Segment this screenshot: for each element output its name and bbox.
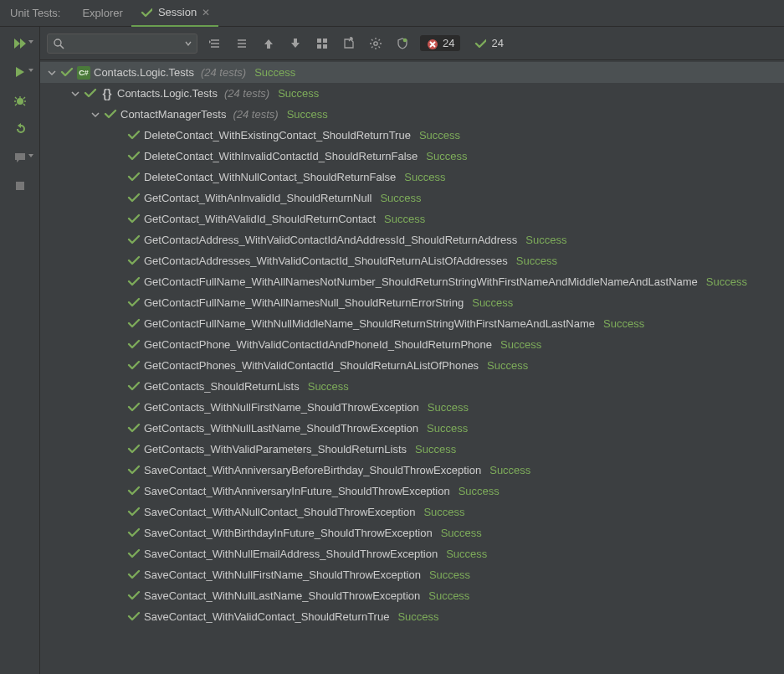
test-name: GetContactAddress_WithValidContactIdAndA… bbox=[144, 234, 517, 246]
export-button[interactable] bbox=[340, 34, 358, 53]
tree-node-test[interactable]: GetContact_WithAnInvalidId_ShouldReturnN… bbox=[40, 188, 784, 208]
checkmark-icon bbox=[127, 506, 141, 519]
failed-count: 24 bbox=[443, 37, 454, 49]
test-name: SaveContact_WithValidContact_ShouldRetur… bbox=[144, 610, 389, 623]
tree-node-test[interactable]: GetContacts_WithNullLastName_ShouldThrow… bbox=[40, 418, 784, 439]
checkmark-icon bbox=[127, 338, 141, 352]
tree-node-test[interactable]: SaveContact_WithNullFirstName_ShouldThro… bbox=[40, 564, 784, 585]
tree-node-class[interactable]: ContactManagerTests(24 tests)Success bbox=[40, 104, 784, 125]
search-field[interactable] bbox=[69, 37, 181, 50]
tree-node-test[interactable]: SaveContact_WithValidContact_ShouldRetur… bbox=[40, 606, 784, 627]
test-status: Success bbox=[428, 401, 469, 414]
node-status: Success bbox=[278, 87, 319, 100]
test-name: GetContactAddresses_WithValidContactId_S… bbox=[144, 255, 508, 267]
collapse-all-button[interactable] bbox=[233, 34, 251, 53]
checkmark-icon bbox=[127, 401, 141, 414]
tree-node-test[interactable]: GetContactPhone_WithValidContactIdAndPho… bbox=[40, 334, 784, 355]
toolbar: 24 24 bbox=[40, 27, 784, 60]
test-status: Success bbox=[525, 234, 566, 246]
tree-node-assembly[interactable]: C#Contacts.Logic.Tests(24 tests)Success bbox=[40, 62, 784, 83]
node-name: ContactManagerTests bbox=[120, 108, 226, 121]
close-icon[interactable]: ✕ bbox=[202, 7, 210, 18]
tree-node-test[interactable]: GetContact_WithAValidId_ShouldReturnCont… bbox=[40, 208, 784, 229]
next-failed-button[interactable] bbox=[286, 34, 305, 53]
test-status: Success bbox=[384, 213, 425, 225]
chevron-down-icon[interactable] bbox=[70, 89, 80, 99]
checkmark-icon bbox=[84, 87, 97, 100]
expand-all-button[interactable] bbox=[206, 34, 224, 53]
search-input[interactable] bbox=[47, 33, 197, 54]
tab-label: Session bbox=[158, 6, 197, 18]
tree-node-test[interactable]: GetContacts_ShouldReturnListsSuccess bbox=[40, 376, 784, 397]
checkmark-icon bbox=[127, 192, 141, 205]
node-name: Contacts.Logic.Tests bbox=[94, 66, 194, 79]
node-count: (24 tests) bbox=[224, 87, 269, 100]
test-status: Success bbox=[500, 338, 541, 351]
tree-node-test[interactable]: GetContactFullName_WithNullMiddleName_Sh… bbox=[40, 313, 784, 334]
checkmark-icon bbox=[127, 255, 141, 268]
tab-explorer[interactable]: Explorer bbox=[74, 0, 131, 27]
chevron-down-icon[interactable] bbox=[185, 40, 192, 47]
group-by-button[interactable] bbox=[313, 34, 331, 53]
prev-failed-button[interactable] bbox=[259, 34, 278, 53]
test-tree[interactable]: C#Contacts.Logic.Tests(24 tests)Success{… bbox=[40, 60, 784, 674]
stop-button[interactable] bbox=[8, 178, 32, 194]
test-name: GetContacts_WithNullLastName_ShouldThrow… bbox=[144, 422, 418, 435]
namespace-icon: {} bbox=[100, 87, 114, 100]
comment-button[interactable] bbox=[8, 149, 32, 166]
test-name: GetContacts_ShouldReturnLists bbox=[144, 380, 300, 393]
tab-session[interactable]: Session ✕ bbox=[131, 0, 218, 27]
run-button[interactable] bbox=[8, 64, 32, 80]
tree-node-test[interactable]: DeleteContact_WithExistingContact_Should… bbox=[40, 125, 784, 146]
sidebar bbox=[0, 27, 40, 674]
tree-node-test[interactable]: SaveContact_WithNullLastName_ShouldThrow… bbox=[40, 585, 784, 606]
tree-node-test[interactable]: GetContacts_WithValidParameters_ShouldRe… bbox=[40, 439, 784, 460]
tabbar: Unit Tests: Explorer Session ✕ bbox=[0, 0, 784, 27]
coverage-button[interactable] bbox=[393, 34, 412, 53]
tab-label: Explorer bbox=[82, 7, 122, 19]
node-status: Success bbox=[254, 66, 295, 79]
test-name: SaveContact_WithANullContact_ShouldThrow… bbox=[144, 506, 415, 518]
tree-node-test[interactable]: GetContactPhones_WithValidContactId_Shou… bbox=[40, 355, 784, 376]
rerun-button[interactable] bbox=[8, 121, 32, 137]
tree-node-test[interactable]: DeleteContact_WithNullContact_ShouldRetu… bbox=[40, 167, 784, 188]
test-name: DeleteContact_WithNullContact_ShouldRetu… bbox=[144, 171, 396, 183]
test-name: SaveContact_WithNullFirstName_ShouldThro… bbox=[144, 569, 421, 581]
run-all-button[interactable] bbox=[8, 35, 32, 52]
tree-node-test[interactable]: GetContacts_WithNullFirstName_ShouldThro… bbox=[40, 397, 784, 418]
tree-node-test[interactable]: GetContactAddress_WithValidContactIdAndA… bbox=[40, 229, 784, 250]
tree-node-test[interactable]: GetContactAddresses_WithValidContactId_S… bbox=[40, 250, 784, 271]
checkmark-icon bbox=[127, 569, 141, 582]
tree-node-test[interactable]: SaveContact_WithANullContact_ShouldThrow… bbox=[40, 502, 784, 522]
tree-node-test[interactable]: SaveContact_WithBirthdayInFuture_ShouldT… bbox=[40, 522, 784, 543]
tree-node-test[interactable]: SaveContact_WithNullEmailAddress_ShouldT… bbox=[40, 543, 784, 564]
test-status: Success bbox=[441, 527, 482, 539]
checkmark-icon bbox=[127, 213, 141, 226]
chevron-down-icon[interactable] bbox=[47, 68, 57, 78]
tree-node-test[interactable]: SaveContact_WithAnniversaryInFuture_Shou… bbox=[40, 481, 784, 502]
checkmark-icon bbox=[127, 485, 141, 498]
test-name: GetContact_WithAValidId_ShouldReturnCont… bbox=[144, 213, 376, 225]
passed-count-pill[interactable]: 24 bbox=[469, 35, 509, 51]
test-status: Success bbox=[415, 443, 456, 455]
node-name: Contacts.Logic.Tests bbox=[117, 87, 218, 100]
test-status: Success bbox=[706, 275, 747, 288]
test-name: SaveContact_WithBirthdayInFuture_ShouldT… bbox=[144, 527, 433, 539]
test-status: Success bbox=[489, 464, 530, 476]
settings-button[interactable] bbox=[366, 34, 385, 53]
chevron-down-icon[interactable] bbox=[90, 110, 100, 120]
tree-node-namespace[interactable]: {}Contacts.Logic.Tests(24 tests)Success bbox=[40, 83, 784, 104]
tree-node-test[interactable]: GetContactFullName_WithAllNamesNotNumber… bbox=[40, 271, 784, 292]
tree-node-test[interactable]: DeleteContact_WithInvalidContactId_Shoul… bbox=[40, 146, 784, 167]
checkmark-icon bbox=[127, 527, 141, 540]
test-name: GetContactFullName_WithNullMiddleName_Sh… bbox=[144, 317, 595, 330]
test-status: Success bbox=[397, 610, 438, 623]
test-status: Success bbox=[423, 506, 464, 518]
tree-node-test[interactable]: GetContactFullName_WithAllNamesNull_Shou… bbox=[40, 292, 784, 313]
debug-button[interactable] bbox=[8, 92, 32, 109]
checkmark-icon bbox=[127, 380, 141, 394]
panel-title: Unit Tests: bbox=[10, 7, 60, 19]
tree-node-test[interactable]: SaveContact_WithAnniversaryBeforeBirthda… bbox=[40, 460, 784, 481]
failed-count-pill[interactable]: 24 bbox=[420, 35, 460, 51]
test-status: Success bbox=[603, 317, 644, 330]
